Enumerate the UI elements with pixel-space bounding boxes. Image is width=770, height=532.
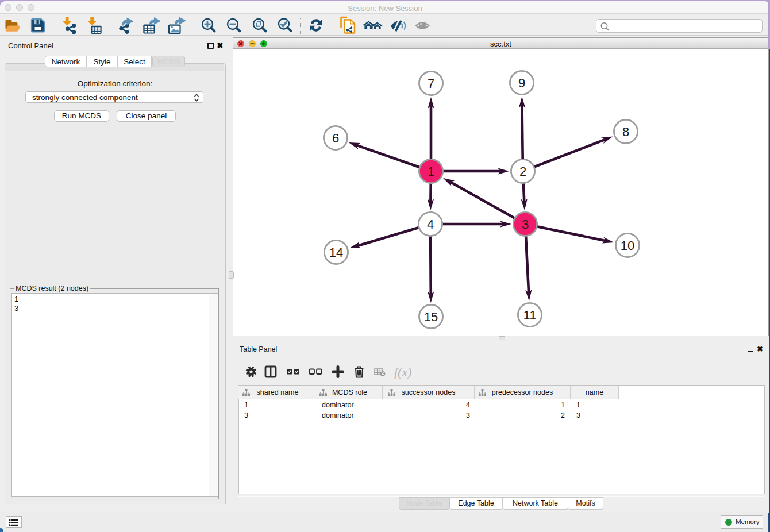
svg-text:9: 9	[518, 76, 525, 90]
svg-text:15: 15	[424, 310, 438, 324]
svg-text:4: 4	[427, 217, 434, 232]
svg-text:6: 6	[332, 131, 339, 145]
svg-text:2: 2	[519, 164, 526, 179]
svg-text:14: 14	[329, 245, 343, 260]
svg-text:7: 7	[428, 76, 434, 91]
svg-text:11: 11	[523, 308, 537, 322]
svg-text:10: 10	[621, 238, 634, 253]
svg-text:3: 3	[522, 217, 529, 232]
svg-text:8: 8	[622, 125, 629, 139]
svg-text:1: 1	[428, 164, 434, 179]
svg-text:f(x): f(x)	[394, 365, 412, 379]
